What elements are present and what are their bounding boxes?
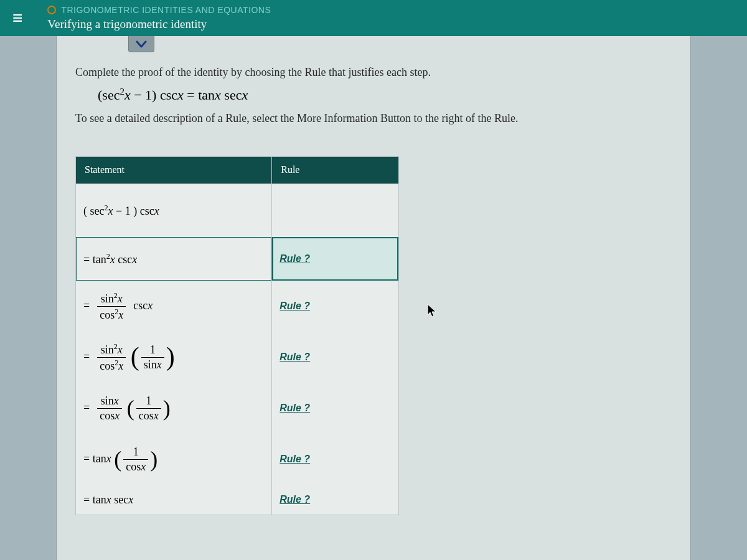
rule-row-6[interactable]: Rule ? xyxy=(272,485,398,515)
chevron-down-icon xyxy=(136,40,147,48)
breadcrumb: TRIGONOMETRIC IDENTITIES AND EQUATIONS xyxy=(61,5,271,15)
rule-row-1[interactable]: Rule ? xyxy=(272,237,398,281)
identity-equation: (sec2x − 1) cscx = tanx secx xyxy=(98,86,672,103)
dropdown-tab[interactable] xyxy=(128,36,154,52)
instruction-text: Complete the proof of the identity by ch… xyxy=(75,66,672,79)
rule-row-2[interactable]: Rule ? xyxy=(272,281,398,332)
statement-row-1: = tan2x cscx xyxy=(76,237,271,281)
rule-selector-5[interactable]: Rule ? xyxy=(280,454,310,465)
rule-row-3[interactable]: Rule ? xyxy=(272,332,398,383)
statement-column: Statement ( sec2x − 1 ) cscx = tan2x csc… xyxy=(76,157,272,515)
rule-row-5[interactable]: Rule ? xyxy=(272,434,398,485)
statement-row-2: = sin2x cos2x cscx xyxy=(76,281,271,332)
page-title: Verifying a trigonometric identity xyxy=(47,17,271,31)
hint-text: To see a detailed description of a Rule,… xyxy=(75,112,672,125)
proof-table: Statement ( sec2x − 1 ) cscx = tan2x csc… xyxy=(75,156,399,515)
rule-selector-4[interactable]: Rule ? xyxy=(280,403,310,414)
rule-selector-6[interactable]: Rule ? xyxy=(280,494,310,505)
statement-row-6: = tanx secx xyxy=(76,485,271,515)
status-dot-icon xyxy=(47,6,56,14)
content-panel: Complete the proof of the identity by ch… xyxy=(56,36,691,560)
breadcrumb-area: TRIGONOMETRIC IDENTITIES AND EQUATIONS xyxy=(47,5,271,15)
statement-row-5: = tanx ( 1 cosx ) xyxy=(76,434,271,485)
statement-row-0: ( sec2x − 1 ) cscx xyxy=(76,184,271,237)
rule-row-4[interactable]: Rule ? xyxy=(272,383,398,434)
rule-row-0 xyxy=(272,184,398,237)
statement-header: Statement xyxy=(76,157,271,184)
top-bar: ≡ TRIGONOMETRIC IDENTITIES AND EQUATIONS… xyxy=(0,0,747,36)
rule-selector-3[interactable]: Rule ? xyxy=(280,352,310,363)
title-area: TRIGONOMETRIC IDENTITIES AND EQUATIONS V… xyxy=(47,5,271,31)
statement-row-3: = sin2x cos2x ( 1 sinx ) xyxy=(76,332,271,383)
rule-header: Rule xyxy=(272,157,398,184)
rule-selector-1[interactable]: Rule ? xyxy=(280,253,310,264)
statement-row-4: = sinx cosx ( 1 cosx ) xyxy=(76,383,271,434)
rule-column: Rule Rule ? Rule ? Rule ? Rule ? Rule ? … xyxy=(272,157,398,515)
menu-icon[interactable]: ≡ xyxy=(12,8,22,28)
rule-selector-2[interactable]: Rule ? xyxy=(280,301,310,312)
